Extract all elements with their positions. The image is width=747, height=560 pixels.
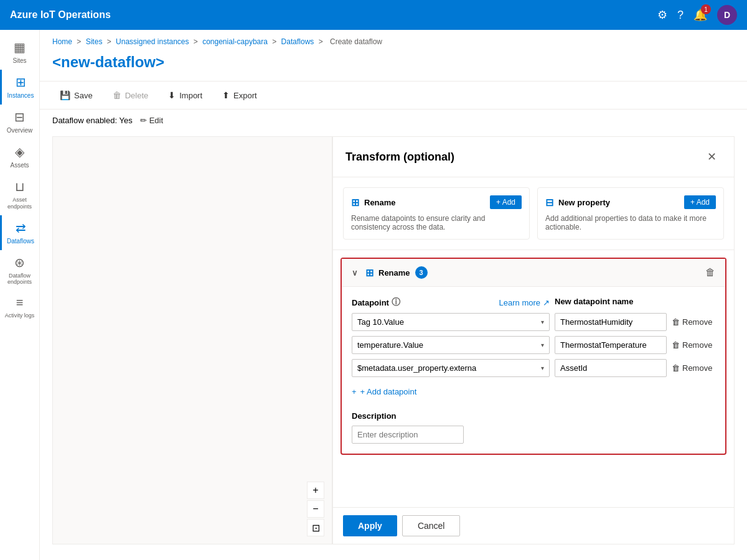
new-property-card-title: New property bbox=[558, 198, 610, 207]
add-datapoint-button[interactable]: + + Add datapoint bbox=[352, 382, 416, 401]
zoom-in-button[interactable]: + bbox=[307, 482, 324, 499]
assets-icon: ◈ bbox=[15, 144, 24, 159]
fit-button[interactable]: ⊡ bbox=[307, 519, 324, 536]
datapoint-entry-1: Tag 10.Value ▾ 🗑 Remove bbox=[352, 313, 715, 331]
edit-icon: ✏ bbox=[140, 116, 147, 125]
dataflow-status-label: Dataflow enabled: Yes bbox=[52, 116, 133, 125]
close-button[interactable]: ✕ bbox=[702, 147, 721, 167]
bell-icon[interactable]: 🔔 1 bbox=[693, 8, 707, 22]
chevron-icon[interactable]: ∨ bbox=[352, 268, 358, 278]
remove-button-2[interactable]: 🗑 Remove bbox=[672, 340, 715, 350]
remove-icon-2: 🗑 bbox=[672, 340, 680, 350]
import-button[interactable]: ⬇ Import bbox=[161, 86, 210, 104]
rename-section: ∨ ⊞ Rename 3 🗑 bbox=[341, 258, 726, 455]
new-property-card: ⊟ New property + Add Add additional prop… bbox=[537, 187, 724, 240]
rename-card-desc: Rename datapoints to ensure clarity and … bbox=[351, 214, 522, 231]
sidebar-item-dataflow-endpoints[interactable]: ⊛ Dataflow endpoints bbox=[0, 250, 39, 291]
sidebar-item-overview[interactable]: ⊟ Overview bbox=[0, 105, 39, 139]
sidebar-item-sites[interactable]: ▦ Sites bbox=[0, 35, 39, 70]
datapoint-entry-2: temperature.Value ▾ 🗑 Remove bbox=[352, 336, 715, 354]
breadcrumb-home[interactable]: Home bbox=[52, 37, 72, 46]
sidebar-item-activity-logs[interactable]: ≡ Activity logs bbox=[0, 291, 39, 324]
new-datapoint-name-label: New datapoint name bbox=[555, 297, 667, 308]
learn-more-link[interactable]: Learn more ↗ bbox=[499, 298, 550, 307]
sidebar-item-dataflows[interactable]: ⇄ Dataflows bbox=[0, 215, 39, 250]
new-name-input-1[interactable] bbox=[555, 313, 667, 331]
cancel-button[interactable]: Cancel bbox=[402, 515, 461, 536]
rename-section-delete-button[interactable]: 🗑 bbox=[705, 267, 715, 278]
breadcrumb-dataflows[interactable]: Dataflows bbox=[281, 37, 314, 46]
breadcrumb-sites[interactable]: Sites bbox=[86, 37, 103, 46]
overview-label: Overview bbox=[7, 127, 33, 134]
description-label: Description bbox=[352, 411, 715, 421]
avatar[interactable]: D bbox=[717, 5, 737, 25]
rename-section-icon: ⊞ bbox=[365, 267, 374, 279]
datapoint-columns-header: Datapoint ⓘ Learn more ↗ New datapoint n… bbox=[352, 297, 715, 308]
remove-icon-3: 🗑 bbox=[672, 363, 680, 373]
sidebar: ▦ Sites ⊞ Instances ⊟ Overview ◈ Assets … bbox=[0, 30, 40, 560]
new-property-card-desc: Add additional properties to data to mak… bbox=[545, 214, 716, 231]
rename-count-badge: 3 bbox=[415, 266, 428, 279]
datapoint-select-2[interactable]: temperature.Value ▾ bbox=[352, 336, 550, 354]
remove-icon-1: 🗑 bbox=[672, 317, 680, 327]
panel-scroll[interactable]: ∨ ⊞ Rename 3 🗑 bbox=[333, 250, 734, 507]
datapoint-select-3[interactable]: $metadata.user_property.externa ▾ bbox=[352, 359, 550, 377]
rename-add-button[interactable]: + Add bbox=[490, 195, 522, 209]
rename-card: ⊞ Rename + Add Rename datapoints to ensu… bbox=[343, 187, 530, 240]
dropdown-arrow-3: ▾ bbox=[541, 365, 544, 371]
datapoint-entry-3: $metadata.user_property.externa ▾ 🗑 Remo… bbox=[352, 359, 715, 377]
description-section: Description bbox=[342, 411, 725, 454]
export-icon: ⬆ bbox=[222, 90, 230, 100]
asset-endpoints-label: Asset endpoints bbox=[2, 197, 37, 210]
assets-label: Assets bbox=[10, 162, 29, 169]
save-icon: 💾 bbox=[60, 90, 70, 100]
instances-label: Instances bbox=[7, 92, 34, 100]
breadcrumb-unassigned[interactable]: Unassigned instances bbox=[116, 37, 189, 46]
new-property-add-button[interactable]: + Add bbox=[684, 195, 716, 209]
transform-panel: Transform (optional) ✕ ⊞ Rename + bbox=[332, 136, 735, 544]
sidebar-item-assets[interactable]: ◈ Assets bbox=[0, 139, 39, 174]
transform-panel-header: Transform (optional) ✕ bbox=[333, 137, 734, 177]
apply-button[interactable]: Apply bbox=[343, 515, 397, 536]
dataflow-endpoints-icon: ⊛ bbox=[14, 255, 25, 270]
datapoint-section: Datapoint ⓘ Learn more ↗ New datapoint n… bbox=[342, 287, 725, 411]
transform-panel-title: Transform (optional) bbox=[345, 151, 454, 164]
dataflow-bar: Dataflow enabled: Yes ✏ Edit bbox=[40, 110, 747, 131]
rename-card-header: ⊞ Rename + Add bbox=[351, 195, 522, 209]
canvas-controls: + − ⊡ bbox=[307, 482, 324, 536]
breadcrumb-current: Create dataflow bbox=[330, 37, 382, 46]
content-area: Home > Sites > Unassigned instances > co… bbox=[40, 30, 747, 560]
datapoint-value-1: Tag 10.Value bbox=[357, 317, 541, 327]
new-name-input-3[interactable] bbox=[555, 359, 667, 377]
help-icon[interactable]: ? bbox=[677, 9, 684, 22]
save-button[interactable]: 💾 Save bbox=[52, 86, 100, 104]
sidebar-item-asset-endpoints[interactable]: ⊔ Asset endpoints bbox=[0, 174, 39, 215]
dropdown-arrow-2: ▾ bbox=[541, 342, 544, 348]
datapoint-select-1[interactable]: Tag 10.Value ▾ bbox=[352, 313, 550, 331]
page-title: <new-dataflow> bbox=[40, 51, 747, 81]
breadcrumb-instance[interactable]: congenial-capybara bbox=[202, 37, 268, 46]
notification-badge: 1 bbox=[701, 4, 711, 14]
edit-link[interactable]: ✏ Edit bbox=[140, 116, 163, 125]
delete-icon: 🗑 bbox=[113, 90, 121, 100]
rename-section-title: ∨ ⊞ Rename 3 bbox=[352, 266, 705, 279]
zoom-out-button[interactable]: − bbox=[307, 500, 324, 518]
datapoint-value-3: $metadata.user_property.externa bbox=[357, 363, 541, 373]
settings-icon[interactable]: ⚙ bbox=[657, 8, 667, 22]
sites-icon: ▦ bbox=[14, 40, 26, 55]
action-bar: Apply Cancel bbox=[333, 507, 734, 544]
delete-button[interactable]: 🗑 Delete bbox=[105, 86, 156, 104]
info-icon: ⓘ bbox=[392, 297, 400, 308]
remove-button-1[interactable]: 🗑 Remove bbox=[672, 317, 715, 327]
nav-icons: ⚙ ? 🔔 1 D bbox=[657, 5, 737, 25]
rename-card-icon: ⊞ bbox=[351, 197, 359, 208]
new-property-card-icon: ⊟ bbox=[545, 197, 553, 208]
dataflow-endpoints-label: Dataflow endpoints bbox=[2, 273, 37, 286]
remove-button-3[interactable]: 🗑 Remove bbox=[672, 363, 715, 373]
sidebar-item-instances[interactable]: ⊞ Instances bbox=[0, 70, 39, 105]
description-input[interactable] bbox=[352, 426, 464, 444]
main-layout: ▦ Sites ⊞ Instances ⊟ Overview ◈ Assets … bbox=[0, 30, 747, 560]
cards-row: ⊞ Rename + Add Rename datapoints to ensu… bbox=[333, 177, 734, 250]
new-name-input-2[interactable] bbox=[555, 336, 667, 354]
export-button[interactable]: ⬆ Export bbox=[215, 86, 265, 104]
